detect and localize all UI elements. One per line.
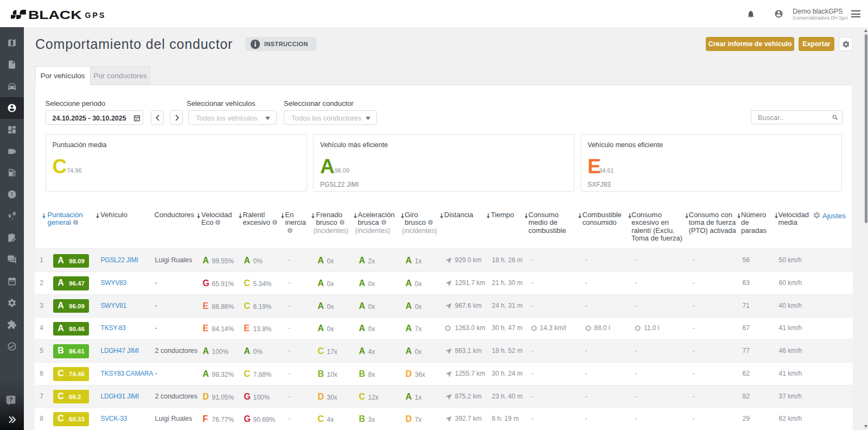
svg-text:?: ? xyxy=(9,396,13,403)
